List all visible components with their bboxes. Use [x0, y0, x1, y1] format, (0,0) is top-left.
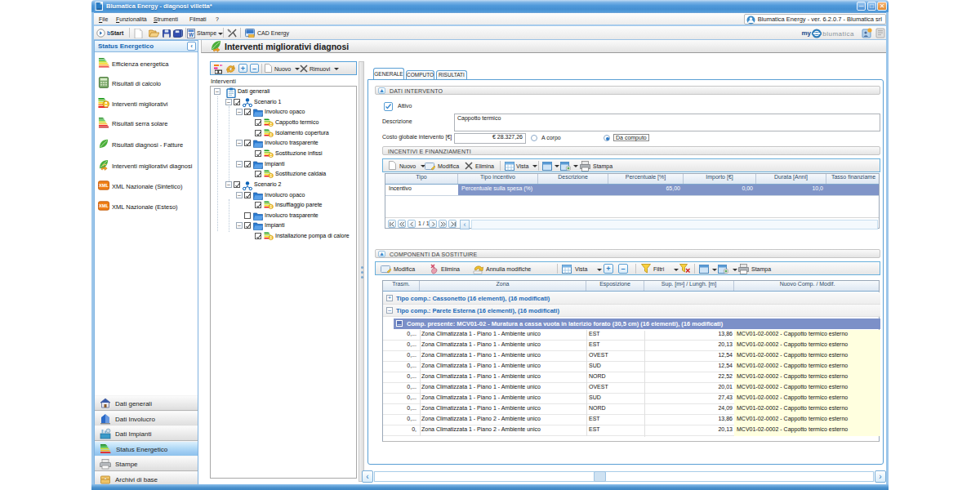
svg-text:XML: XML	[99, 203, 109, 208]
svg-text:W: W	[189, 32, 194, 38]
svg-text:XML: XML	[99, 183, 109, 188]
